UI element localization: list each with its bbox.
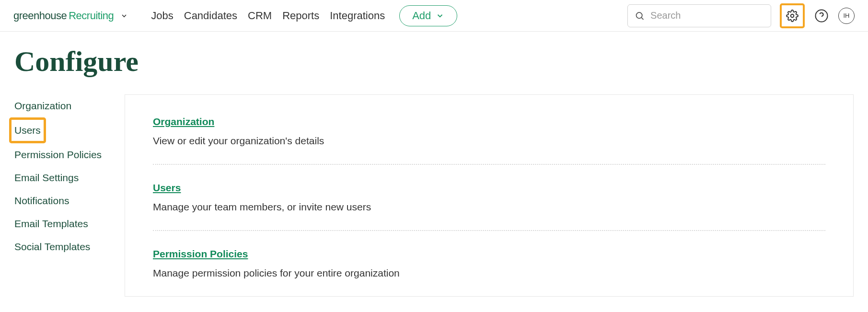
- sidebar-item-social-templates[interactable]: Social Templates: [14, 235, 125, 258]
- avatar[interactable]: IH: [838, 8, 855, 24]
- sidebar-item-label: Organization: [14, 100, 71, 111]
- search-box[interactable]: [627, 4, 771, 27]
- sidebar-item-organization[interactable]: Organization: [14, 94, 125, 117]
- nav-crm[interactable]: CRM: [248, 10, 272, 22]
- chevron-down-icon: [120, 12, 128, 20]
- section-link-permission-policies[interactable]: Permission Policies: [153, 248, 248, 260]
- sidebar-item-permission-policies[interactable]: Permission Policies: [14, 143, 125, 166]
- nav-integrations[interactable]: Integrations: [330, 10, 385, 22]
- section-desc: Manage your team members, or invite new …: [153, 201, 825, 213]
- nav-candidates[interactable]: Candidates: [184, 10, 237, 22]
- page-title: Configure: [0, 32, 868, 85]
- sidebar-item-label: Social Templates: [14, 241, 90, 252]
- sidebar-item-email-settings[interactable]: Email Settings: [14, 166, 125, 189]
- section-organization: Organization View or edit your organizat…: [153, 116, 825, 165]
- logo[interactable]: greenhouse Recruiting: [13, 10, 128, 22]
- add-button-label: Add: [412, 10, 431, 22]
- section-permission-policies: Permission Policies Manage permission po…: [153, 248, 825, 296]
- section-desc: View or edit your organization's details: [153, 135, 825, 147]
- svg-point-2: [791, 14, 794, 17]
- topbar: greenhouse Recruiting Jobs Candidates CR…: [0, 0, 868, 32]
- section-desc: Manage permission policies for your enti…: [153, 267, 825, 279]
- sidebar-item-users[interactable]: Users: [9, 117, 46, 143]
- section-users: Users Manage your team members, or invit…: [153, 182, 825, 231]
- gear-icon: [786, 10, 799, 22]
- sidebar-item-notifications[interactable]: Notifications: [14, 189, 125, 212]
- sidebar: Organization Users Permission Policies E…: [14, 94, 125, 297]
- sidebar-item-email-templates[interactable]: Email Templates: [14, 212, 125, 235]
- section-link-organization[interactable]: Organization: [153, 116, 214, 127]
- main-panel: Organization View or edit your organizat…: [125, 94, 854, 297]
- settings-button-highlight: [780, 3, 805, 28]
- svg-line-1: [641, 17, 643, 19]
- content: Organization Users Permission Policies E…: [0, 85, 868, 297]
- sidebar-item-label: Permission Policies: [14, 149, 102, 160]
- svg-point-0: [637, 12, 642, 18]
- help-button[interactable]: [813, 8, 830, 24]
- sidebar-item-label: Email Settings: [14, 172, 79, 183]
- settings-button[interactable]: [785, 8, 800, 24]
- sidebar-item-label: Notifications: [14, 195, 69, 206]
- chevron-down-icon: [436, 12, 444, 20]
- topbar-right: IH: [627, 3, 855, 28]
- nav-jobs[interactable]: Jobs: [151, 10, 173, 22]
- section-link-users[interactable]: Users: [153, 182, 181, 194]
- nav-reports[interactable]: Reports: [282, 10, 319, 22]
- avatar-initials: IH: [844, 12, 850, 19]
- search-icon: [635, 10, 645, 22]
- svg-point-3: [816, 10, 828, 22]
- search-input[interactable]: [650, 10, 764, 21]
- main-nav: Jobs Candidates CRM Reports Integrations: [151, 10, 385, 22]
- logo-text-recruiting: Recruiting: [69, 10, 114, 22]
- help-icon: [814, 9, 829, 23]
- sidebar-item-label: Email Templates: [14, 218, 88, 229]
- sidebar-item-label: Users: [14, 125, 41, 136]
- add-button[interactable]: Add: [399, 5, 457, 26]
- logo-text-greenhouse: greenhouse: [13, 10, 67, 22]
